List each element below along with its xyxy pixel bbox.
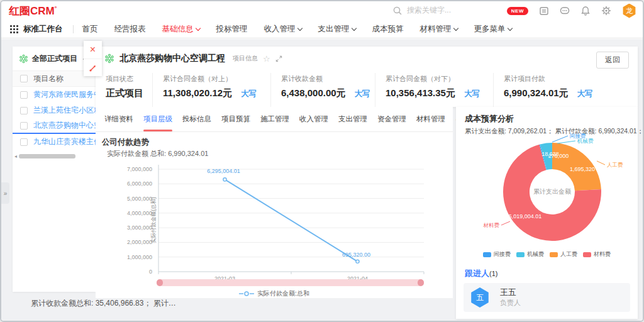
follower-role: 负责人: [500, 298, 521, 308]
svg-text:695,320.00: 695,320.00: [342, 252, 370, 258]
follower-avatar-text: 五: [476, 292, 484, 303]
project-link[interactable]: 兰溪上苑住宅小区精装修...: [33, 105, 96, 116]
notes-icon[interactable]: [539, 6, 549, 16]
daxie-link[interactable]: 大写: [355, 89, 370, 98]
tab-expense[interactable]: 支出管理: [338, 107, 367, 131]
project-list-sidebar: 全部正式项目 项目名称 黄河东路便民服务中心幕... 兰溪上苑住宅小区精装修..…: [13, 47, 96, 292]
messages-icon[interactable]: [560, 6, 570, 16]
tab-income[interactable]: 收入管理: [299, 107, 328, 131]
legend-swatch: [550, 252, 558, 257]
svg-text:1,000,000: 1,000,000: [127, 254, 152, 260]
search-icon: [392, 6, 402, 16]
nav-item-income[interactable]: 收入管理: [264, 24, 302, 35]
row-checkbox[interactable]: [20, 107, 28, 114]
select-all-checkbox[interactable]: [20, 75, 28, 82]
horizontal-scrollbar[interactable]: ◂: [13, 154, 96, 159]
nav-item-more-menu-label: 更多菜单: [474, 25, 506, 33]
payment-trend-panel: 公司付款趋势 实际付款金额 总和: 6,990,324.01 01,000,00…: [96, 132, 453, 298]
tab-bid-info[interactable]: 投标信息: [182, 107, 211, 131]
workspace: 累计收款金额总和: 35,406,966.83； 累计… » 全部正式项目 项目…: [1, 39, 643, 321]
project-link[interactable]: 北京燕莎购物中心空调工程: [33, 120, 96, 131]
detail-tabs: 详细资料 项目层级 投标信息 项目预算 施工管理 收入管理 支出管理 资金管理 …: [96, 107, 453, 132]
nav-item-materials[interactable]: 材料管理: [420, 24, 458, 35]
legend-swatch: [483, 252, 491, 257]
payment-trend-line-chart: 01,000,0002,000,0003,000,0004,000,0005,0…: [96, 157, 453, 280]
chart-legend[interactable]: 实际付款金额:总和: [96, 289, 453, 298]
stat-project-status: 项目状态 正式项目: [96, 73, 152, 107]
daxie-link[interactable]: 大写: [241, 89, 257, 98]
legend-item-indirect[interactable]: 间接费: [483, 250, 511, 258]
followers-count: (1): [489, 270, 497, 277]
zoom-handle-right[interactable]: [418, 279, 424, 286]
favorite-star-icon[interactable]: ☆: [263, 54, 270, 64]
nav-item-expense[interactable]: 支出管理: [318, 24, 356, 35]
tab-detail-info[interactable]: 详细资料: [104, 107, 133, 131]
back-button[interactable]: 返回: [596, 52, 629, 69]
global-search-input[interactable]: 搜索关键字...: [392, 5, 512, 16]
scroll-left-arrow-icon[interactable]: ◂: [14, 153, 17, 159]
stat-label: 累计收款金额: [281, 74, 375, 84]
settings-gear-icon[interactable]: [601, 6, 611, 16]
project-row[interactable]: 黄河东路便民服务中心幕...: [13, 87, 96, 103]
nav-item-home[interactable]: 首页: [82, 24, 98, 35]
resize-icon[interactable]: [275, 55, 282, 62]
project-link[interactable]: 九华山庄贵宾楼主体工程: [33, 136, 96, 147]
daxie-link[interactable]: 大写: [464, 89, 480, 98]
apps-grid-icon[interactable]: [10, 25, 18, 33]
close-overlay-button[interactable]: ×: [84, 41, 102, 58]
app-logo-degree: °: [55, 5, 57, 11]
nav-item-cost-budget[interactable]: 成本预算: [372, 24, 404, 35]
workspace-switcher[interactable]: 标准工作台: [23, 24, 63, 35]
stat-label: 累计合同金额（对上）: [163, 74, 270, 84]
project-row[interactable]: 兰溪上苑住宅小区精装修...: [13, 103, 96, 118]
page-subtitle: 项目信息: [233, 54, 258, 63]
crm-app-window: 红圈CRM° 搜索关键字... NEW 龙 标准工作台 首页 经营报表 基础信息…: [0, 0, 644, 322]
nav-item-reports[interactable]: 经营报表: [114, 24, 146, 35]
tab-funds[interactable]: 资金管理: [377, 107, 406, 131]
expand-diagonal-icon: [89, 64, 97, 72]
nav-item-more-menu[interactable]: 更多菜单: [474, 24, 512, 35]
expand-overlay-button[interactable]: [84, 58, 102, 76]
stat-value: 正式项目: [106, 87, 152, 99]
chart-zoom-slider[interactable]: [157, 279, 424, 286]
overlay-header: 北京燕莎购物中心空调工程 项目信息 ☆ 返回 项目状态 正式项目 累计合同金额（…: [96, 47, 638, 107]
daxie-link[interactable]: 大写: [577, 89, 593, 98]
zoom-handle-left[interactable]: [157, 279, 163, 286]
tab-materials[interactable]: 材料管理: [416, 107, 445, 131]
tab-project-budget[interactable]: 项目预算: [221, 107, 250, 131]
nav-item-bidding[interactable]: 投标管理: [216, 24, 248, 35]
project-row[interactable]: 九华山庄贵宾楼主体工程: [13, 134, 96, 150]
project-link[interactable]: 黄河东路便民服务中心幕...: [33, 89, 96, 100]
project-row-selected[interactable]: 北京燕莎购物中心空调工程: [13, 118, 96, 134]
svg-text:6,295,004.01: 6,295,004.01: [207, 168, 240, 174]
user-avatar-text: 龙: [626, 6, 633, 16]
panel-expander-handle[interactable]: »: [1, 182, 9, 204]
nav-item-basic-info[interactable]: 基础信息: [162, 24, 200, 35]
chart-title: 公司付款趋势: [102, 137, 149, 148]
hscroll-thumb[interactable]: [19, 154, 75, 158]
stat-value: 11,308,020.12元: [163, 87, 232, 98]
svg-text:1,695,320: 1,695,320: [570, 166, 595, 172]
tab-construction[interactable]: 施工管理: [260, 107, 289, 131]
follower-name: 王五: [500, 287, 516, 298]
nav-item-materials-label: 材料管理: [420, 25, 452, 33]
overlay-window-tools: ×: [84, 41, 102, 76]
legend-item-materials[interactable]: 材料费: [583, 250, 611, 258]
tab-project-hierarchy[interactable]: 项目层级: [143, 107, 172, 131]
row-checkbox[interactable]: [20, 122, 28, 130]
legend-item-machinery[interactable]: 机械费: [516, 250, 544, 258]
row-checkbox[interactable]: [20, 91, 28, 99]
svg-text:2,000,000: 2,000,000: [127, 239, 152, 245]
app-logo[interactable]: 红圈CRM°: [9, 4, 57, 18]
follower-card[interactable]: 五 王五 负责人: [464, 283, 630, 312]
svg-text:0: 0: [149, 269, 152, 275]
search-placeholder: 搜索关键字...: [407, 5, 451, 16]
user-avatar[interactable]: 龙: [622, 4, 636, 18]
overlay-left-column: 详细资料 项目层级 投标信息 项目预算 施工管理 收入管理 支出管理 资金管理 …: [96, 107, 453, 298]
followers-title: 跟进人: [465, 269, 489, 278]
main-navbar: 标准工作台 首页 经营报表 基础信息 投标管理 收入管理 支出管理 成本预算 材…: [1, 20, 643, 38]
notifications-icon[interactable]: [580, 6, 591, 16]
legend-item-labor[interactable]: 人工费: [550, 250, 577, 258]
row-checkbox[interactable]: [20, 138, 28, 146]
legend-label: 机械费: [527, 250, 544, 258]
